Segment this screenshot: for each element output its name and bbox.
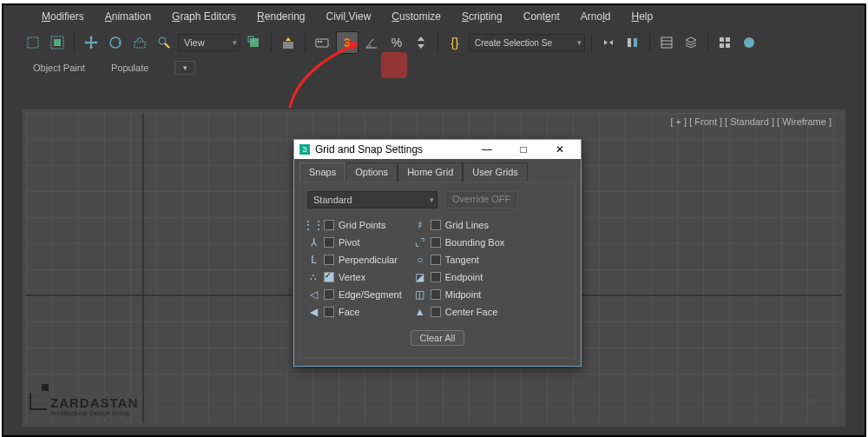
snap-icon: ○	[414, 254, 426, 266]
snap-label: Edge/Segment	[339, 289, 402, 300]
tab-options[interactable]: Options	[345, 162, 398, 182]
highlight-overlay	[381, 52, 407, 78]
coord-system-dropdown[interactable]: View	[178, 34, 240, 51]
populate-label[interactable]: Populate	[111, 63, 148, 73]
snap-icon: ⋮⋮	[307, 219, 319, 231]
snap-vertex[interactable]: ∴Vertex	[307, 271, 402, 283]
menu-graph-editors[interactable]: Graph Editors	[172, 10, 236, 23]
dialog-titlebar[interactable]: 3 Grid and Snap Settings — □ ✕	[294, 140, 581, 159]
layer-explorer-icon[interactable]	[656, 32, 677, 53]
snap-label: Tangent	[445, 255, 479, 265]
close-button[interactable]: ✕	[544, 143, 575, 156]
snap-label: Midpoint	[445, 289, 482, 300]
snap-label: Perpendicular	[339, 255, 398, 265]
svg-rect-12	[628, 38, 631, 47]
snap-icon: ⌞⌝	[414, 236, 426, 248]
menu-content[interactable]: Content	[523, 10, 560, 23]
align-icon[interactable]	[622, 32, 643, 53]
snap-checkbox[interactable]	[431, 237, 441, 248]
pivot-center-icon[interactable]	[244, 32, 265, 53]
menu-customize[interactable]: Customize	[391, 10, 441, 23]
percent-snap-icon[interactable]: %	[386, 32, 407, 53]
scale-icon[interactable]	[129, 32, 150, 53]
override-toggle[interactable]: Override OFF	[444, 191, 518, 209]
snap-midpoint[interactable]: ◫Midpoint	[414, 288, 505, 301]
svg-point-5	[159, 37, 166, 44]
snap-toggle-3-icon[interactable]: 3	[336, 31, 358, 54]
svg-rect-18	[726, 43, 730, 48]
ribbon-bar: Object Paint Populate ▾	[3, 57, 865, 80]
snap-tangent[interactable]: ○Tangent	[414, 254, 505, 266]
snap-perpendicular[interactable]: ᒪPerpendicular	[307, 254, 402, 266]
selection-set-dropdown[interactable]: Create Selection Se	[469, 34, 585, 51]
menu-scripting[interactable]: Scripting	[462, 10, 503, 23]
snap-grid-points[interactable]: ⋮⋮Grid Points	[307, 219, 402, 231]
viewport-label[interactable]: [ + ] [ Front ] [ Standard ] [ Wireframe…	[670, 116, 832, 127]
move-icon[interactable]	[81, 32, 102, 53]
snap-label: Grid Lines	[445, 220, 489, 230]
layers-icon[interactable]	[681, 32, 701, 53]
svg-rect-2	[54, 39, 61, 46]
tab-home-grid[interactable]: Home Grid	[398, 162, 463, 182]
angle-snap-icon[interactable]	[362, 32, 383, 53]
snap-checkbox[interactable]	[324, 307, 334, 317]
snap-edge-segment[interactable]: ◁Edge/Segment	[307, 288, 402, 301]
menu-civil-view[interactable]: Civil View	[326, 10, 372, 23]
snap-icon: ⅄	[307, 236, 319, 248]
ribbon-dropdown-icon[interactable]: ▾	[174, 61, 195, 75]
maximize-button[interactable]: □	[508, 143, 539, 156]
snap-checkbox[interactable]	[431, 307, 441, 317]
snap-checkbox[interactable]	[324, 272, 334, 282]
snap-checkbox[interactable]	[324, 220, 334, 230]
mirror-icon[interactable]	[598, 32, 619, 53]
snap-checkbox[interactable]	[431, 289, 441, 300]
snap-face[interactable]: ◀Face	[307, 306, 402, 318]
svg-rect-8	[283, 42, 293, 49]
object-paint-label[interactable]: Object Paint	[33, 63, 85, 73]
select-all-icon[interactable]	[47, 32, 68, 53]
snap-bounding-box[interactable]: ⌞⌝Bounding Box	[414, 236, 505, 248]
watermark: ZARDASTAN Architectural Design Group	[30, 393, 138, 416]
snap-endpoint[interactable]: ◪Endpoint	[414, 271, 505, 283]
snap-icon: ◪	[414, 271, 426, 283]
schematic-view-icon[interactable]	[714, 32, 735, 53]
menu-modifiers[interactable]: Modifiers	[42, 10, 84, 23]
menu-bar: ModifiersAnimationGraph EditorsRendering…	[3, 5, 865, 28]
manipulate-icon[interactable]	[278, 32, 299, 53]
snap-checkbox[interactable]	[431, 272, 441, 282]
minimize-button[interactable]: —	[471, 143, 503, 156]
snap-label: Grid Points	[339, 220, 385, 230]
material-editor-icon[interactable]	[739, 32, 760, 53]
menu-arnold[interactable]: Arnold	[581, 10, 611, 23]
snap-type-dropdown[interactable]: Standard	[307, 191, 437, 209]
svg-rect-9	[316, 39, 328, 47]
dialog-title-text: Grid and Snap Settings	[315, 143, 423, 156]
menu-rendering[interactable]: Rendering	[257, 10, 305, 23]
spinner-snap-icon[interactable]	[411, 32, 431, 53]
snap-checkbox[interactable]	[324, 289, 334, 300]
placement-icon[interactable]	[154, 32, 174, 53]
snap-center-face[interactable]: ▲Center Face	[414, 306, 505, 318]
menu-animation[interactable]: Animation	[105, 10, 151, 23]
keyboard-shortcut-icon[interactable]	[312, 32, 332, 53]
snap-checkbox[interactable]	[431, 255, 441, 265]
snap-icon: ◫	[414, 288, 426, 301]
snap-icon: ∴	[307, 271, 319, 283]
named-selection-icon[interactable]: {}	[444, 32, 465, 53]
snap-checkbox[interactable]	[431, 220, 441, 230]
main-toolbar: View 3 % {} Create Selection Se	[3, 28, 865, 57]
tab-snaps[interactable]: Snaps	[299, 162, 345, 182]
rotate-icon[interactable]	[105, 32, 126, 53]
clear-all-button[interactable]: Clear All	[411, 330, 465, 346]
select-region-icon[interactable]	[23, 32, 43, 53]
grid-snap-dialog: 3 Grid and Snap Settings — □ ✕ SnapsOpti…	[293, 139, 582, 367]
snap-checkbox[interactable]	[324, 237, 334, 248]
tab-user-grids[interactable]: User Grids	[463, 162, 528, 182]
svg-rect-13	[634, 38, 637, 47]
snap-pivot[interactable]: ⅄Pivot	[307, 236, 402, 248]
svg-rect-10	[318, 41, 319, 43]
menu-help[interactable]: Help	[632, 10, 654, 23]
snap-checkbox[interactable]	[324, 255, 334, 265]
snap-icon: ◁	[307, 288, 319, 301]
snap-grid-lines[interactable]: ♯Grid Lines	[414, 219, 505, 231]
